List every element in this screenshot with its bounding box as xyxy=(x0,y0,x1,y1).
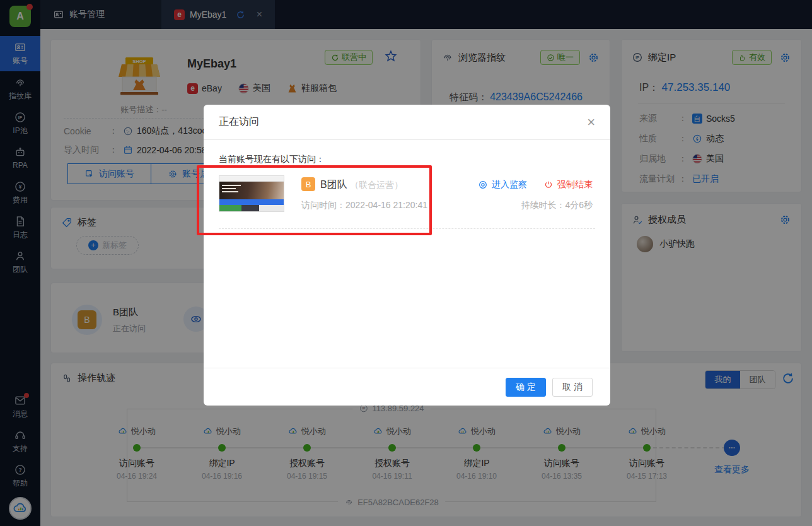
force-end-button[interactable]: 强制结束 xyxy=(543,179,593,190)
monitor-target-icon xyxy=(478,180,488,190)
modal-header: 正在访问 × xyxy=(204,105,610,140)
confirm-button[interactable]: 确 定 xyxy=(506,378,546,397)
cancel-button[interactable]: 取 消 xyxy=(552,378,593,397)
close-icon[interactable]: × xyxy=(587,115,595,129)
enter-monitor-button[interactable]: 进入监察 xyxy=(478,179,527,190)
visiting-modal: 正在访问 × 当前账号现在有以下访问： B B团队 （联合运营） 访问时间：20… xyxy=(204,105,610,406)
modal-footer: 确 定 取 消 xyxy=(204,368,610,406)
modal-title: 正在访问 xyxy=(219,115,259,129)
annotation-highlight-box xyxy=(197,165,432,235)
session-actions: 进入监察 强制结束 xyxy=(478,179,593,190)
session-duration: 持续时长：4分6秒 xyxy=(521,200,593,211)
power-icon xyxy=(543,180,554,190)
modal-subtitle: 当前账号现在有以下访问： xyxy=(219,154,595,165)
